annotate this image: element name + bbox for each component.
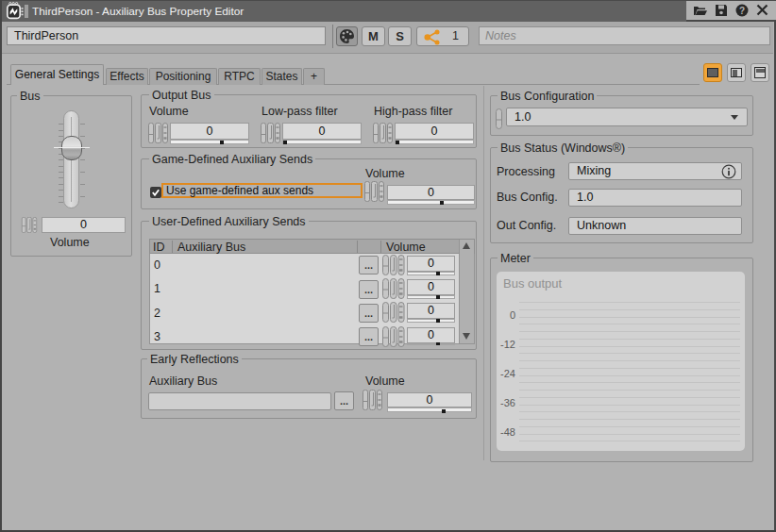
svg-text:?: ? bbox=[739, 6, 745, 16]
